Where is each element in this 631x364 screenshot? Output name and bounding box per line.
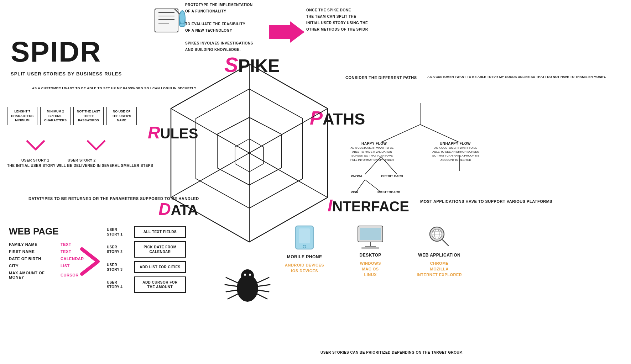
story-button-1[interactable]: ALL TEXT FIELDS bbox=[134, 226, 186, 238]
story-row-1: USER STORY 1 ALL TEXT FIELDS bbox=[107, 226, 186, 238]
user-story-1-label: USER STORY 1 bbox=[21, 158, 49, 162]
android-label: ANDROID DEVICES bbox=[285, 263, 324, 267]
mozilla-label: MOZILLA bbox=[430, 267, 449, 271]
story-row-4: USER STORY 4 ADD CURSOR FOR THE AMOUNT bbox=[107, 276, 186, 293]
field-row-3: DATE OF BIRTH CALENDAR bbox=[9, 257, 84, 261]
svg-line-52 bbox=[443, 240, 448, 246]
mobile-subtypes: ANDROID DEVICES IOS DEVICES bbox=[285, 263, 324, 273]
happy-story: AS A CUSTOMER I WANT TO BE ABLE TO HAVE … bbox=[349, 146, 395, 162]
desktop-subtypes: WINDOWS MAC OS LINUX bbox=[360, 261, 381, 277]
visa-label: VISA bbox=[351, 190, 358, 194]
story-label-2: USER STORY 2 bbox=[107, 245, 130, 254]
v-arrows bbox=[25, 139, 107, 151]
user-stories-section: USER STORY 1 ALL TEXT FIELDS USER STORY … bbox=[107, 226, 186, 296]
notebook-icon bbox=[153, 7, 189, 37]
rule-box-4: NO USE OF THE USER'S NAME bbox=[106, 107, 137, 125]
paths-consider: CONSIDER THE DIFFERENT PATHS bbox=[345, 75, 417, 81]
field-row-5: MAX AMOUNT OF MONEY CURSOR bbox=[9, 271, 84, 279]
svg-line-33 bbox=[257, 285, 270, 286]
svg-line-34 bbox=[257, 290, 269, 292]
bottom-note: USER STORIES CAN BE PRIORITIZED DEPENDIN… bbox=[320, 350, 463, 354]
rule-box-3: NOT THE LAST THREE PASSWORDS bbox=[73, 107, 104, 125]
web-app-name: WEB APPLICATION bbox=[418, 253, 460, 258]
v-arrow-2 bbox=[85, 139, 107, 151]
windows-label: WINDOWS bbox=[360, 261, 381, 265]
svg-point-36 bbox=[244, 274, 246, 276]
desktop-name: DESKTOP bbox=[360, 253, 381, 258]
happy-flow-label: HAPPY FLOW bbox=[361, 142, 387, 146]
once-spike-text: ONCE THE SPIKE DONE THE TEAM CAN SPLIT T… bbox=[306, 7, 368, 33]
story-label-4: USER STORY 4 bbox=[107, 280, 130, 289]
story-row-2: USER STORY 2 PICK DATE FROM CALENDAR bbox=[107, 241, 186, 258]
initial-story-text: THE INITIAL USER STORY WILL BE DELIVERED… bbox=[7, 164, 153, 168]
field-label-money: MAX AMOUNT OF MONEY bbox=[9, 271, 55, 279]
spike-info: PROTOTYPE THE IMPLEMENTATION OF A FUNCTI… bbox=[185, 2, 253, 53]
v-arrow-1 bbox=[25, 139, 46, 151]
story-label-3: USER STORY 3 bbox=[107, 263, 130, 272]
data-bottom-text: DATATYPES TO BE RETURNED OR THE PARAMETE… bbox=[28, 196, 199, 202]
svg-line-30 bbox=[226, 290, 238, 292]
svg-marker-10 bbox=[269, 21, 304, 43]
big-pink-chevron bbox=[78, 244, 107, 281]
interface-icons-section: MOBILE PHONE ANDROID DEVICES IOS DEVICES… bbox=[285, 224, 462, 277]
web-page-section: WEB PAGE FAMILY NAME TEXT FIRST NAME TEX… bbox=[4, 226, 84, 279]
field-row-1: FAMILY NAME TEXT bbox=[9, 242, 84, 247]
story-button-4[interactable]: ADD CURSOR FOR THE AMOUNT bbox=[134, 276, 186, 293]
platform-web: WEB APPLICATION CHROME MOZILLA INTERNET … bbox=[417, 224, 462, 277]
chrome-label: CHROME bbox=[430, 261, 449, 265]
credit-card-label: CREDIT CARD bbox=[381, 174, 403, 178]
svg-line-20 bbox=[420, 125, 459, 142]
svg-point-37 bbox=[249, 274, 251, 276]
rule-box-2: MINIMUM 2 SPECIAL CHARACTERS bbox=[40, 107, 71, 125]
svg-line-35 bbox=[256, 294, 267, 299]
macos-label: MAC OS bbox=[362, 267, 379, 271]
paths-customer-text: AS A CUSTOMER I WANT TO BE ABLE TO PAY M… bbox=[427, 75, 606, 80]
field-type-family: TEXT bbox=[61, 242, 71, 247]
svg-line-32 bbox=[257, 278, 269, 283]
spidr-title: SPIDR bbox=[11, 36, 101, 68]
spidr-subtitle: SPLIT USER STORIES BY BUSINESS RULES bbox=[11, 71, 122, 77]
svg-line-31 bbox=[228, 294, 239, 299]
story-button-3[interactable]: ADD LIST FOR CITIES bbox=[134, 261, 186, 273]
spider-body bbox=[224, 256, 271, 311]
field-label-first: FIRST NAME bbox=[9, 249, 55, 254]
paths-tree: HAPPY FLOW UNHAPPY FLOW AS A CUSTOMER I … bbox=[345, 100, 502, 206]
field-label-city: CITY bbox=[9, 264, 55, 268]
platform-desktop: DESKTOP WINDOWS MAC OS LINUX bbox=[356, 224, 385, 277]
svg-rect-39 bbox=[299, 228, 310, 243]
field-row-2: FIRST NAME TEXT bbox=[9, 249, 84, 254]
mastercard-label: MASTERCARD bbox=[377, 190, 400, 194]
ios-label: IOS DEVICES bbox=[291, 269, 318, 273]
svg-line-19 bbox=[381, 125, 420, 142]
field-label-dob: DATE OF BIRTH bbox=[9, 257, 55, 261]
web-page-fields: FAMILY NAME TEXT FIRST NAME TEXT DATE OF… bbox=[9, 242, 84, 279]
paypal-label: PAYPAL bbox=[351, 174, 363, 178]
ie-label: INTERNET EXPLORER bbox=[417, 273, 462, 277]
interface-right-text: MOST APPLICATIONS HAVE TO SUPPORT VARIOU… bbox=[420, 199, 552, 205]
svg-line-28 bbox=[226, 278, 238, 283]
web-subtypes: CHROME MOZILLA INTERNET EXPLORER bbox=[417, 261, 462, 277]
field-label-family: FAMILY NAME bbox=[9, 242, 55, 247]
unhappy-flow-label: UNHAPPY FLOW bbox=[440, 142, 471, 146]
pink-right-arrow bbox=[269, 20, 304, 46]
svg-rect-45 bbox=[361, 247, 379, 249]
story-label-1: USER STORY 1 bbox=[107, 227, 130, 237]
field-row-4: CITY LIST bbox=[9, 264, 84, 268]
rules-boxes: LENGHT 7 CHARACTERS MINIMUM MINIMUM 2 SP… bbox=[7, 107, 137, 125]
web-page-title: WEB PAGE bbox=[9, 226, 84, 237]
field-type-money: CURSOR bbox=[61, 273, 79, 277]
mobile-phone-name: MOBILE PHONE bbox=[287, 254, 322, 259]
svg-rect-42 bbox=[360, 228, 381, 240]
svg-point-8 bbox=[179, 23, 185, 27]
story-row-3: USER STORY 3 ADD LIST FOR CITIES bbox=[107, 261, 186, 273]
user-story-2-label: USER STORY 2 bbox=[68, 158, 96, 162]
rule-box-1: LENGHT 7 CHARACTERS MINIMUM bbox=[7, 107, 37, 125]
svg-line-29 bbox=[225, 285, 238, 286]
unhappy-story: AS A CUSTOMER I WANT TO BE ABLE TO SEE A… bbox=[431, 146, 481, 162]
field-type-city: LIST bbox=[61, 264, 70, 268]
story-button-2[interactable]: PICK DATE FROM CALENDAR bbox=[134, 241, 186, 258]
platform-mobile: MOBILE PHONE ANDROID DEVICES IOS DEVICES bbox=[285, 224, 324, 277]
svg-point-27 bbox=[241, 269, 254, 282]
field-type-first: TEXT bbox=[61, 249, 71, 254]
linux-label: LINUX bbox=[364, 273, 377, 277]
